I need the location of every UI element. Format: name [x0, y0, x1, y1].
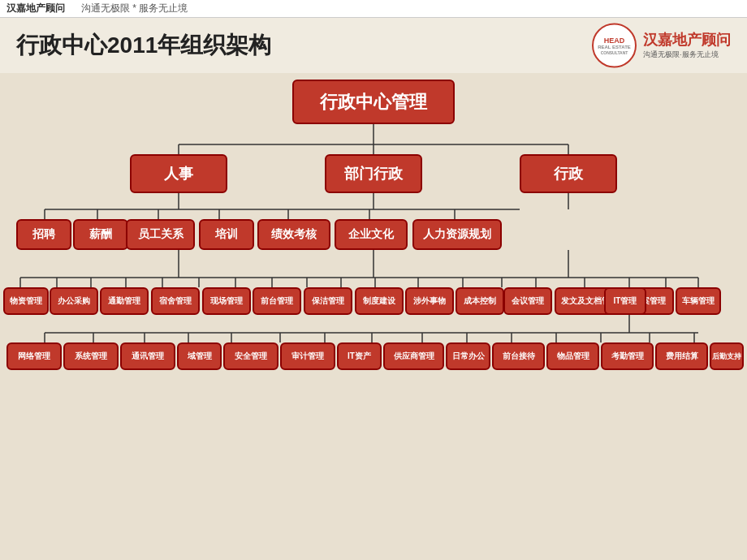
top-bar: 汉嘉地产顾问 沟通无极限 * 服务无止境: [0, 0, 747, 18]
level3-box-1: 办公采购: [50, 287, 98, 315]
level2-box-2: 员工关系: [126, 219, 195, 250]
level3-it-box: IT管理: [604, 287, 646, 315]
level3-box-13: 车辆管理: [676, 287, 721, 315]
level3-box-2: 通勤管理: [100, 287, 149, 315]
level3-box-10: 会议管理: [503, 287, 552, 315]
logo-company: 汉嘉地产顾问: [643, 32, 731, 50]
level4-box-7: 供应商管理: [383, 342, 444, 370]
level4-box-5: 审计管理: [280, 342, 335, 370]
level4-box-0: 网络管理: [6, 342, 62, 370]
level4-box-9: 前台接待: [492, 342, 545, 370]
level2-box-5: 企业文化: [335, 219, 408, 250]
level4-box-13: 后勤支持: [710, 342, 744, 370]
connector-lines: [0, 73, 747, 560]
level3-box-0: 物资管理: [3, 287, 49, 315]
level3-box-5: 前台管理: [253, 287, 301, 315]
logo-text-area: 汉嘉地产顾问 沟通无极限·服务无止境: [643, 32, 731, 60]
level3-box-6: 保洁管理: [304, 287, 352, 315]
level3-box-7: 制度建设: [355, 287, 404, 315]
level4-box-1: 系统管理: [63, 342, 119, 370]
level4-box-4: 安全管理: [223, 342, 279, 370]
level2-box-6: 人力资源规划: [412, 219, 502, 250]
level3-box-9: 成本控制: [456, 287, 504, 315]
level3-box-3: 宿舍管理: [151, 287, 200, 315]
page-title: 行政中心2011年组织架构: [16, 30, 271, 61]
logo-circle: HEAD REAL ESTATE CONSULTANT: [592, 24, 637, 68]
logo-tagline: 沟通无极限·服务无止境: [643, 49, 731, 59]
level2-box-1: 薪酬: [73, 219, 128, 250]
level4-box-6: IT资产: [337, 342, 382, 370]
level4-box-8: 日常办公: [446, 342, 490, 370]
level3-box-4: 现场管理: [202, 287, 251, 315]
logo-area: HEAD REAL ESTATE CONSULTANT 汉嘉地产顾问 沟通无极限…: [592, 24, 731, 68]
level1-box-renshii: 人事: [130, 154, 227, 193]
level4-box-2: 通讯管理: [120, 342, 175, 370]
header: 行政中心2011年组织架构 HEAD REAL ESTATE CONSULTAN…: [0, 18, 747, 73]
company-name: 汉嘉地产顾问: [6, 2, 65, 15]
level4-box-11: 考勤管理: [601, 342, 654, 370]
tagline: 沟通无极限 * 服务无止境: [81, 2, 188, 15]
level4-box-12: 费用结算: [655, 342, 708, 370]
level2-box-4: 绩效考核: [257, 219, 330, 250]
level2-box-3: 培训: [199, 219, 254, 250]
level3-box-8: 涉外事物: [405, 287, 454, 315]
level4-box-10: 物品管理: [546, 342, 599, 370]
root-box: 行政中心管理: [292, 80, 455, 124]
level4-box-3: 域管理: [177, 342, 222, 370]
level1-box-bumen: 部门行政: [325, 154, 422, 193]
main-content: 行政中心管理 人事 部门行政 行政 招聘 薪酬 员工关系 培训 绩效考核 企业文…: [0, 73, 747, 560]
level1-box-xingzheng: 行政: [520, 154, 617, 193]
level2-box-0: 招聘: [16, 219, 71, 250]
